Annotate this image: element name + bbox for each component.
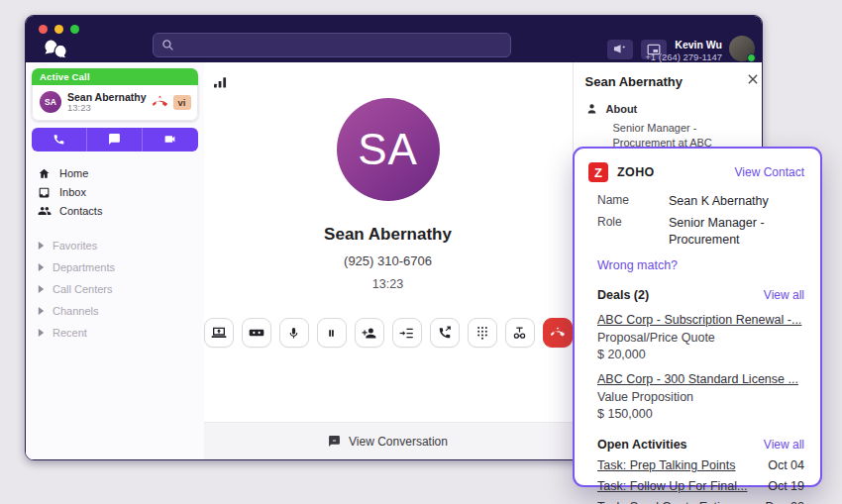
group-label: Departments xyxy=(53,261,115,273)
deal-link[interactable]: ABC Corp - Subscription Renewal -... xyxy=(597,313,801,327)
group-label: Recent xyxy=(53,327,87,339)
about-label: About xyxy=(606,103,638,115)
message-button[interactable] xyxy=(86,128,142,151)
close-panel-button[interactable] xyxy=(748,74,758,84)
call-button[interactable] xyxy=(32,128,86,151)
activities-view-all-link[interactable]: View all xyxy=(764,438,804,452)
sidebar-group-recent[interactable]: Recent xyxy=(32,322,198,344)
panel-contact-name: Sean Abernathy xyxy=(585,74,757,89)
group-label: Favorites xyxy=(53,240,97,252)
task-row: Task: Follow Up For Final... Oct 19 xyxy=(597,479,804,493)
task-link[interactable]: Task: Prep Talking Points xyxy=(597,458,735,472)
home-icon xyxy=(38,167,51,180)
view-contact-link[interactable]: View Contact xyxy=(735,165,804,179)
maximize-window-button[interactable] xyxy=(70,25,79,34)
deal-item: ABC Corp - 300 Standard License ... Valu… xyxy=(597,369,804,421)
park-call-button[interactable] xyxy=(505,318,535,348)
chat-bubble-icon xyxy=(328,435,341,448)
zoho-logo-icon: Z xyxy=(588,162,608,182)
phone-forward-icon xyxy=(438,326,452,340)
call-screen: SA Sean Abernathy (925) 310-6706 13:23 xyxy=(204,62,573,459)
active-call-texts: Sean Abernathy 13:23 xyxy=(67,91,147,114)
person-add-icon xyxy=(362,327,376,340)
task-row: Task: Prep Talking Points Oct 04 xyxy=(597,458,804,472)
add-participant-button[interactable] xyxy=(355,318,384,348)
about-section-header: About xyxy=(585,102,757,115)
role-label: Role xyxy=(597,215,669,248)
call-quality-icon xyxy=(214,76,227,88)
vi-badge[interactable]: vi xyxy=(173,95,191,110)
sidebar-nav: Home Inbox Contacts xyxy=(32,164,198,220)
share-screen-button[interactable] xyxy=(204,318,234,348)
sidebar-group-channels[interactable]: Channels xyxy=(32,300,198,322)
park-call-icon xyxy=(512,326,527,340)
task-date: Oct 04 xyxy=(768,458,804,472)
search-bar xyxy=(153,33,511,57)
hang-up-button[interactable] xyxy=(543,318,573,348)
deal-link[interactable]: ABC Corp - 300 Standard License ... xyxy=(597,372,798,386)
transfer-list-icon xyxy=(399,327,414,340)
name-value: Sean K Abernathy xyxy=(669,193,769,209)
view-conversation-bar[interactable]: View Conversation xyxy=(204,422,573,459)
deal-stage: Proposal/Price Quote xyxy=(597,331,804,345)
dialpad-button[interactable] xyxy=(468,318,497,348)
nav-label: Inbox xyxy=(59,186,86,198)
active-call-card[interactable]: SA Sean Abernathy 13:23 vi xyxy=(32,85,198,121)
video-call-button[interactable] xyxy=(142,128,197,151)
deal-amount: $ 150,000 xyxy=(597,407,804,421)
close-window-button[interactable] xyxy=(39,25,48,34)
chevron-right-icon xyxy=(38,285,45,293)
screen-share-icon xyxy=(211,326,227,340)
deal-item: ABC Corp - Subscription Renewal -... Pro… xyxy=(597,310,804,361)
record-call-button[interactable] xyxy=(242,318,271,348)
hold-button[interactable] xyxy=(317,318,347,348)
minimize-window-button[interactable] xyxy=(54,25,63,34)
task-date: Oct 19 xyxy=(768,479,804,493)
nav-label: Contacts xyxy=(59,205,102,217)
deals-section-header: Deals (2) View all xyxy=(597,288,804,302)
topbar: Kevin Wu +1 (264) 279-1147 xyxy=(26,16,762,62)
sidebar-item-inbox[interactable]: Inbox xyxy=(32,183,198,202)
user-name: Kevin Wu xyxy=(645,39,722,51)
wrong-match-link[interactable]: Wrong match? xyxy=(597,258,678,272)
contacts-icon xyxy=(38,205,51,217)
announcements-button[interactable] xyxy=(607,40,633,59)
mute-button[interactable] xyxy=(279,318,309,348)
search-input[interactable] xyxy=(180,40,502,51)
chevron-right-icon xyxy=(38,263,45,271)
name-label: Name xyxy=(597,193,669,209)
sidebar-group-departments[interactable]: Departments xyxy=(32,256,198,278)
activities-title: Open Activities xyxy=(597,438,687,452)
nav-label: Home xyxy=(59,167,88,179)
sidebar-item-contacts[interactable]: Contacts xyxy=(32,202,198,220)
call-controls xyxy=(204,318,573,348)
activities-section-header: Open Activities View all xyxy=(597,438,804,452)
view-conversation-label: View Conversation xyxy=(349,435,448,449)
sidebar-group-favorites[interactable]: Favorites xyxy=(32,235,198,256)
close-icon xyxy=(748,74,758,84)
transfer-call-button[interactable] xyxy=(430,318,460,348)
task-date: Dec 22 xyxy=(765,500,804,504)
deals-view-all-link[interactable]: View all xyxy=(764,288,804,302)
deal-amount: $ 20,000 xyxy=(597,348,804,361)
field-row-role: Role Senior Manager - Procurement xyxy=(597,215,804,248)
add-to-call-button[interactable] xyxy=(392,318,422,348)
sidebar-item-home[interactable]: Home xyxy=(32,164,198,183)
task-link[interactable]: Task: Send Quote Estima... xyxy=(597,500,747,504)
group-label: Channels xyxy=(53,305,98,317)
call-duration: 13:23 xyxy=(372,277,403,291)
hang-up-icon xyxy=(550,326,566,340)
caller-avatar-large: SA xyxy=(337,98,440,201)
user-avatar[interactable] xyxy=(729,36,755,61)
keypad-grid-icon xyxy=(476,326,488,340)
caller-avatar-small: SA xyxy=(40,91,61,113)
active-call-widget[interactable]: Active Call SA Sean Abernathy 13:23 vi xyxy=(32,68,198,121)
chevron-right-icon xyxy=(38,307,45,315)
deals-title: Deals (2) xyxy=(597,288,649,302)
chevron-right-icon xyxy=(38,329,45,337)
task-link[interactable]: Task: Follow Up For Final... xyxy=(597,479,747,493)
role-value: Senior Manager - Procurement xyxy=(669,215,795,248)
record-icon xyxy=(249,327,264,339)
sidebar-group-call-centers[interactable]: Call Centers xyxy=(32,278,198,300)
group-label: Call Centers xyxy=(53,283,113,295)
